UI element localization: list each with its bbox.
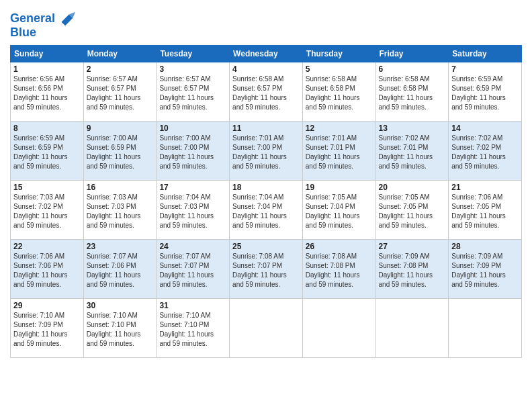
calendar: SundayMondayTuesdayWednesdayThursdayFrid… <box>10 45 522 358</box>
header: General Blue <box>10 7 522 40</box>
day-number: 16 <box>87 183 154 192</box>
day-number: 29 <box>13 301 81 310</box>
day-detail: Sunrise: 7:10 AMSunset: 7:10 PMDaylight:… <box>87 311 154 349</box>
calendar-week-5: 29Sunrise: 7:10 AMSunset: 7:09 PMDayligh… <box>11 299 522 358</box>
day-number: 9 <box>87 124 154 133</box>
day-detail: Sunrise: 6:59 AMSunset: 6:59 PMDaylight:… <box>451 75 519 112</box>
weekday-friday: Friday <box>375 46 449 62</box>
day-detail: Sunrise: 7:04 AMSunset: 7:03 PMDaylight:… <box>159 193 226 230</box>
day-number: 15 <box>13 183 81 192</box>
weekday-header-row: SundayMondayTuesdayWednesdayThursdayFrid… <box>11 46 522 62</box>
calendar-week-4: 22Sunrise: 7:06 AMSunset: 7:06 PMDayligh… <box>11 240 522 299</box>
day-number: 22 <box>13 242 81 251</box>
day-detail: Sunrise: 7:01 AMSunset: 7:00 PMDaylight:… <box>232 134 300 171</box>
calendar-cell: 15Sunrise: 7:03 AMSunset: 7:02 PMDayligh… <box>11 181 84 240</box>
day-number: 21 <box>451 183 519 192</box>
day-number: 13 <box>379 124 446 133</box>
weekday-monday: Monday <box>83 46 157 62</box>
calendar-cell: 7Sunrise: 6:59 AMSunset: 6:59 PMDaylight… <box>449 62 522 122</box>
calendar-cell: 19Sunrise: 7:05 AMSunset: 7:04 PMDayligh… <box>302 181 375 240</box>
day-detail: Sunrise: 7:00 AMSunset: 7:00 PMDaylight:… <box>159 134 226 171</box>
calendar-cell: 17Sunrise: 7:04 AMSunset: 7:03 PMDayligh… <box>157 181 230 240</box>
calendar-cell: 29Sunrise: 7:10 AMSunset: 7:09 PMDayligh… <box>11 299 84 358</box>
calendar-week-2: 8Sunrise: 6:59 AMSunset: 6:59 PMDaylight… <box>11 122 522 181</box>
day-detail: Sunrise: 7:07 AMSunset: 7:06 PMDaylight:… <box>87 252 154 289</box>
day-number: 11 <box>232 124 300 133</box>
weekday-sunday: Sunday <box>11 46 84 62</box>
day-number: 1 <box>13 64 81 74</box>
day-number: 7 <box>451 64 519 74</box>
calendar-cell: 16Sunrise: 7:03 AMSunset: 7:03 PMDayligh… <box>83 181 157 240</box>
calendar-cell: 13Sunrise: 7:02 AMSunset: 7:01 PMDayligh… <box>375 122 449 181</box>
day-detail: Sunrise: 7:10 AMSunset: 7:10 PMDaylight:… <box>159 311 226 349</box>
logo-text: General <box>10 12 55 26</box>
day-detail: Sunrise: 7:05 AMSunset: 7:05 PMDaylight:… <box>379 193 446 230</box>
day-detail: Sunrise: 7:10 AMSunset: 7:09 PMDaylight:… <box>13 311 81 349</box>
day-detail: Sunrise: 6:57 AMSunset: 6:57 PMDaylight:… <box>159 75 226 112</box>
calendar-cell: 14Sunrise: 7:02 AMSunset: 7:02 PMDayligh… <box>449 122 522 181</box>
day-detail: Sunrise: 6:56 AMSunset: 6:56 PMDaylight:… <box>13 75 81 112</box>
calendar-cell <box>230 299 303 358</box>
weekday-thursday: Thursday <box>302 46 375 62</box>
day-number: 17 <box>159 183 226 192</box>
day-number: 28 <box>451 242 519 251</box>
calendar-cell: 22Sunrise: 7:06 AMSunset: 7:06 PMDayligh… <box>11 240 84 299</box>
day-detail: Sunrise: 7:09 AMSunset: 7:09 PMDaylight:… <box>451 252 519 289</box>
day-detail: Sunrise: 7:03 AMSunset: 7:02 PMDaylight:… <box>13 193 81 230</box>
day-detail: Sunrise: 7:06 AMSunset: 7:06 PMDaylight:… <box>13 252 81 289</box>
calendar-cell: 4Sunrise: 6:58 AMSunset: 6:57 PMDaylight… <box>230 62 303 122</box>
day-number: 8 <box>13 124 81 133</box>
calendar-cell: 24Sunrise: 7:07 AMSunset: 7:07 PMDayligh… <box>157 240 230 299</box>
logo-icon <box>56 9 75 28</box>
calendar-cell: 1Sunrise: 6:56 AMSunset: 6:56 PMDaylight… <box>11 62 84 122</box>
calendar-cell: 26Sunrise: 7:08 AMSunset: 7:08 PMDayligh… <box>302 240 375 299</box>
calendar-cell: 5Sunrise: 6:58 AMSunset: 6:58 PMDaylight… <box>302 62 375 122</box>
day-detail: Sunrise: 7:03 AMSunset: 7:03 PMDaylight:… <box>87 193 154 230</box>
day-number: 19 <box>306 183 373 192</box>
day-detail: Sunrise: 6:58 AMSunset: 6:57 PMDaylight:… <box>232 75 300 112</box>
calendar-cell: 12Sunrise: 7:01 AMSunset: 7:01 PMDayligh… <box>302 122 375 181</box>
day-detail: Sunrise: 6:59 AMSunset: 6:59 PMDaylight:… <box>13 134 81 171</box>
day-detail: Sunrise: 6:58 AMSunset: 6:58 PMDaylight:… <box>306 75 373 112</box>
calendar-cell <box>302 299 375 358</box>
weekday-saturday: Saturday <box>449 46 522 62</box>
calendar-cell: 9Sunrise: 7:00 AMSunset: 6:59 PMDaylight… <box>83 122 157 181</box>
day-number: 6 <box>379 64 446 74</box>
day-detail: Sunrise: 7:08 AMSunset: 7:08 PMDaylight:… <box>306 252 373 289</box>
day-number: 3 <box>159 64 226 74</box>
day-detail: Sunrise: 7:07 AMSunset: 7:07 PMDaylight:… <box>159 252 226 289</box>
day-number: 18 <box>232 183 300 192</box>
calendar-cell: 31Sunrise: 7:10 AMSunset: 7:10 PMDayligh… <box>157 299 230 358</box>
calendar-week-3: 15Sunrise: 7:03 AMSunset: 7:02 PMDayligh… <box>11 181 522 240</box>
calendar-cell: 21Sunrise: 7:06 AMSunset: 7:05 PMDayligh… <box>449 181 522 240</box>
day-detail: Sunrise: 6:58 AMSunset: 6:58 PMDaylight:… <box>379 75 446 112</box>
logo: General Blue <box>10 9 75 40</box>
weekday-tuesday: Tuesday <box>157 46 230 62</box>
calendar-cell <box>375 299 449 358</box>
day-number: 10 <box>159 124 226 133</box>
day-number: 30 <box>87 301 154 310</box>
day-detail: Sunrise: 7:02 AMSunset: 7:01 PMDaylight:… <box>379 134 446 171</box>
calendar-cell <box>449 299 522 358</box>
day-detail: Sunrise: 6:57 AMSunset: 6:57 PMDaylight:… <box>87 75 154 112</box>
day-number: 20 <box>379 183 446 192</box>
day-detail: Sunrise: 7:00 AMSunset: 6:59 PMDaylight:… <box>87 134 154 171</box>
day-number: 5 <box>306 64 373 74</box>
calendar-cell: 23Sunrise: 7:07 AMSunset: 7:06 PMDayligh… <box>83 240 157 299</box>
calendar-cell: 25Sunrise: 7:08 AMSunset: 7:07 PMDayligh… <box>230 240 303 299</box>
day-detail: Sunrise: 7:02 AMSunset: 7:02 PMDaylight:… <box>451 134 519 171</box>
calendar-cell: 18Sunrise: 7:04 AMSunset: 7:04 PMDayligh… <box>230 181 303 240</box>
calendar-cell: 10Sunrise: 7:00 AMSunset: 7:00 PMDayligh… <box>157 122 230 181</box>
day-detail: Sunrise: 7:01 AMSunset: 7:01 PMDaylight:… <box>306 134 373 171</box>
page: General Blue SundayMondayTuesdayWednesda… <box>0 0 532 411</box>
calendar-cell: 3Sunrise: 6:57 AMSunset: 6:57 PMDaylight… <box>157 62 230 122</box>
day-number: 4 <box>232 64 300 74</box>
day-number: 31 <box>159 301 226 310</box>
day-detail: Sunrise: 7:06 AMSunset: 7:05 PMDaylight:… <box>451 193 519 230</box>
calendar-week-1: 1Sunrise: 6:56 AMSunset: 6:56 PMDaylight… <box>11 62 522 122</box>
calendar-cell: 2Sunrise: 6:57 AMSunset: 6:57 PMDaylight… <box>83 62 157 122</box>
calendar-cell: 20Sunrise: 7:05 AMSunset: 7:05 PMDayligh… <box>375 181 449 240</box>
day-number: 2 <box>87 64 154 74</box>
calendar-cell: 11Sunrise: 7:01 AMSunset: 7:00 PMDayligh… <box>230 122 303 181</box>
day-detail: Sunrise: 7:05 AMSunset: 7:04 PMDaylight:… <box>306 193 373 230</box>
